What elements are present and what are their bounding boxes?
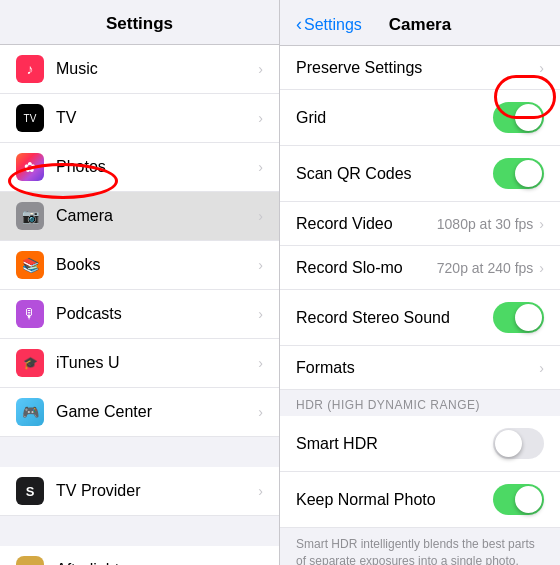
back-chevron-icon: ‹ [296, 14, 302, 35]
item-label: Scan QR Codes [296, 165, 493, 183]
toggle-knob [515, 304, 542, 331]
sidebar-item-label: TV Provider [56, 482, 258, 500]
record-stereo-toggle[interactable] [493, 302, 544, 333]
section-divider-1 [0, 437, 279, 467]
photos-icon: ✿ [16, 153, 44, 181]
toggle-knob [495, 430, 522, 457]
books-icon: 📚 [16, 251, 44, 279]
sidebar-item-label: Books [56, 256, 258, 274]
smart-hdr-item[interactable]: Smart HDR [280, 416, 560, 472]
item-label: Record Slo-mo [296, 259, 437, 277]
afterlight-icon: A [16, 556, 44, 565]
chevron-icon: › [539, 216, 544, 232]
settings-group-2: S TV Provider › [0, 467, 279, 516]
chevron-icon: › [258, 208, 263, 224]
record-slomo-item[interactable]: Record Slo-mo 720p at 240 fps › [280, 246, 560, 290]
sidebar-item-label: Podcasts [56, 305, 258, 323]
toggle-knob [515, 104, 542, 131]
sidebar-item-camera[interactable]: 📷 Camera › [0, 192, 279, 241]
hdr-settings-section: Smart HDR Keep Normal Photo [280, 416, 560, 528]
item-value: 720p at 240 fps [437, 260, 534, 276]
right-header: ‹ Settings Camera [280, 0, 560, 46]
chevron-icon: › [258, 61, 263, 77]
camera-icon: 📷 [16, 202, 44, 230]
sidebar-item-itunes[interactable]: 🎓 iTunes U › [0, 339, 279, 388]
sidebar-item-label: iTunes U [56, 354, 258, 372]
section-divider-2 [0, 516, 279, 546]
right-panel: ‹ Settings Camera Preserve Settings › Gr… [280, 0, 560, 565]
hdr-section-header: HDR (HIGH DYNAMIC RANGE) [280, 390, 560, 416]
itunes-icon: 🎓 [16, 349, 44, 377]
sidebar-item-label: Game Center [56, 403, 258, 421]
scan-qr-item[interactable]: Scan QR Codes [280, 146, 560, 202]
camera-settings-section: Preserve Settings › Grid Scan QR Codes R… [280, 46, 560, 390]
toggle-knob [515, 160, 542, 187]
podcasts-icon: 🎙 [16, 300, 44, 328]
toggle-knob [515, 486, 542, 513]
grid-item[interactable]: Grid [280, 90, 560, 146]
sidebar-item-tvprovider[interactable]: S TV Provider › [0, 467, 279, 516]
music-icon: ♪ [16, 55, 44, 83]
tvprovider-icon: S [16, 477, 44, 505]
item-label: Keep Normal Photo [296, 491, 493, 509]
sidebar-item-label: Photos [56, 158, 258, 176]
chevron-icon: › [258, 355, 263, 371]
sidebar-item-label: Music [56, 60, 258, 78]
gamecenter-icon: 🎮 [16, 398, 44, 426]
tv-icon: TV [16, 104, 44, 132]
sidebar-item-gamecenter[interactable]: 🎮 Game Center › [0, 388, 279, 437]
settings-list: ♪ Music › TV TV › ✿ Photos › 📷 Camera [0, 45, 279, 565]
grid-toggle[interactable] [493, 102, 544, 133]
sidebar-item-photos[interactable]: ✿ Photos › [0, 143, 279, 192]
keep-normal-item[interactable]: Keep Normal Photo [280, 472, 560, 528]
smart-hdr-toggle[interactable] [493, 428, 544, 459]
preserve-settings-item[interactable]: Preserve Settings › [280, 46, 560, 90]
chevron-icon: › [258, 159, 263, 175]
left-panel-title: Settings [0, 0, 279, 45]
back-button[interactable]: ‹ Settings [296, 14, 362, 35]
item-label: Record Stereo Sound [296, 309, 493, 327]
settings-group-3: A Afterlight › ✦ AirBrush › a Amazon › 🍎… [0, 546, 279, 565]
sidebar-item-afterlight[interactable]: A Afterlight › [0, 546, 279, 565]
left-panel: Settings ♪ Music › TV TV › ✿ Photos › [0, 0, 280, 565]
item-label: Record Video [296, 215, 437, 233]
item-label: Formats [296, 359, 539, 377]
scan-qr-toggle[interactable] [493, 158, 544, 189]
sidebar-item-label: Afterlight [56, 561, 258, 565]
chevron-icon: › [258, 110, 263, 126]
keep-normal-toggle[interactable] [493, 484, 544, 515]
back-label: Settings [304, 16, 362, 34]
chevron-icon: › [539, 60, 544, 76]
sidebar-item-podcasts[interactable]: 🎙 Podcasts › [0, 290, 279, 339]
item-value: 1080p at 30 fps [437, 216, 534, 232]
formats-item[interactable]: Formats › [280, 346, 560, 390]
item-label: Smart HDR [296, 435, 493, 453]
chevron-icon: › [258, 257, 263, 273]
record-stereo-item[interactable]: Record Stereo Sound [280, 290, 560, 346]
settings-group-1: ♪ Music › TV TV › ✿ Photos › 📷 Camera [0, 45, 279, 437]
sidebar-item-music[interactable]: ♪ Music › [0, 45, 279, 94]
record-video-item[interactable]: Record Video 1080p at 30 fps › [280, 202, 560, 246]
right-panel-title: Camera [389, 15, 451, 35]
hdr-description: Smart HDR intelligently blends the best … [280, 528, 560, 565]
item-label: Grid [296, 109, 493, 127]
sidebar-item-tv[interactable]: TV TV › [0, 94, 279, 143]
item-label: Preserve Settings [296, 59, 539, 77]
sidebar-item-label: TV [56, 109, 258, 127]
chevron-icon: › [258, 483, 263, 499]
chevron-icon: › [539, 360, 544, 376]
sidebar-item-label: Camera [56, 207, 258, 225]
sidebar-item-books[interactable]: 📚 Books › [0, 241, 279, 290]
chevron-icon: › [258, 404, 263, 420]
chevron-icon: › [539, 260, 544, 276]
chevron-icon: › [258, 306, 263, 322]
